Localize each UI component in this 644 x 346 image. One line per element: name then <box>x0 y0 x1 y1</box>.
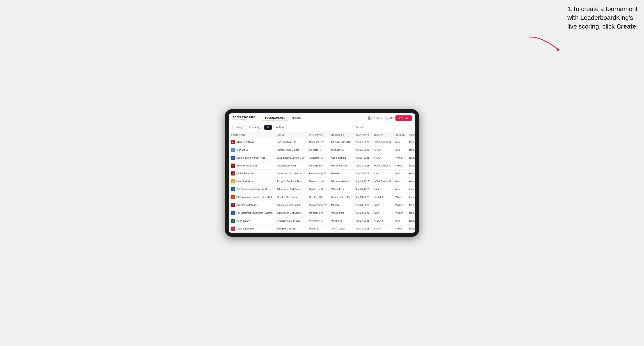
cell-scoring: team, Stroke Play <box>407 162 415 170</box>
col-gender: GENDER <box>393 132 407 138</box>
tournament-table: EVENT NAME VENUE CITY, STATE HOSTED BY S… <box>229 132 415 233</box>
cell-city-state: Newburgh, NY <box>307 138 329 146</box>
gear-icon[interactable] <box>368 116 372 120</box>
cell-start-date: Aug 28, 2023 <box>353 225 372 233</box>
event-name-text: Fall Statesmen Invitational - Women <box>236 212 272 214</box>
cell-event-name: ⚡ Carl Sandburg Women FA23 <box>229 154 275 162</box>
cell-division: NJCAA I <box>372 154 393 162</box>
cell-division: NJCAA II <box>372 217 393 225</box>
cell-hosted-by: Minnesota State <box>329 162 353 170</box>
cell-start-date: Aug 28, 2023 <box>353 193 372 201</box>
sign-out-link[interactable]: Sign Out <box>385 117 394 120</box>
cell-scoring: team, Stroke Play <box>407 193 415 201</box>
team-logo: ★ <box>231 148 235 152</box>
cell-city-state: Freeport, IL <box>307 146 329 154</box>
table-row: ⚑ upike fall invitational StoneCrest Gol… <box>229 201 415 209</box>
cell-venue: Park Hills Golf Course <box>275 146 307 154</box>
search-input[interactable] <box>353 125 412 130</box>
cell-venue: StoneCrest Golf Course <box>275 170 307 177</box>
cell-division: NCAA Division III <box>372 138 393 146</box>
team-logo: ◉ <box>231 219 235 223</box>
cell-event-name: ☆ Klash at Kokopelli <box>229 225 275 233</box>
col-city-state: CITY, STATE <box>307 132 329 138</box>
cell-venue: Kokopelli Golf Club <box>275 225 307 233</box>
cell-gender: Men <box>393 185 407 193</box>
arrow-annotation <box>527 35 568 53</box>
col-division: DIVISION <box>372 132 393 138</box>
cell-scoring: team, Stroke Play <box>407 154 415 162</box>
cell-city-state: Deerwood, MN <box>307 177 329 185</box>
cell-scoring: team, Stroke Play <box>407 138 415 146</box>
cell-venue: The Powelton Club <box>275 138 307 146</box>
cell-gender: Men <box>393 170 407 177</box>
cell-event-name: ◉ VU PREVIEW <box>229 217 275 225</box>
search-box <box>353 125 412 130</box>
cell-city-state: Faribault, MN <box>307 162 329 170</box>
event-name-text: VU PREVIEW <box>236 220 250 222</box>
cell-scoring: team, Stroke Play <box>407 185 415 193</box>
event-name-text: Fall Statesmen Invitational - Men <box>236 188 269 190</box>
cell-start-date: Aug 28, 2023 <box>353 217 372 225</box>
user-text: Test User <box>374 117 383 120</box>
cell-start-date: Aug 28, 2023 <box>353 201 372 209</box>
col-event-name: EVENT NAME <box>229 132 275 138</box>
cell-division: NCAA Division III <box>372 177 393 185</box>
filter-hosting[interactable]: Hosting <box>232 125 245 130</box>
cell-event-name: ◆ Morris Invitational <box>229 177 275 185</box>
cell-division: NJCAA I <box>372 225 393 233</box>
cell-hosted-by: John A Logan <box>329 225 353 233</box>
cell-division: NAIA <box>372 185 393 193</box>
cell-venue: Lake Bracken Country Club <box>275 154 307 162</box>
nav-tournaments[interactable]: TOURNAMENTS <box>262 115 288 121</box>
cell-event-name: ⚔ Fall Statesmen Invitational - Men <box>229 185 275 193</box>
cell-scoring: team, Stroke Play <box>407 209 415 217</box>
annotation-text: 1.To create a tournament with Leaderboar… <box>568 4 640 31</box>
cell-division: NAIA <box>372 201 393 209</box>
cell-hosted-by: Pikeville <box>329 201 353 209</box>
event-name-text: Morris Invitational <box>236 180 254 183</box>
nav-teams[interactable]: TEAMS <box>289 115 304 121</box>
cell-scoring: team, Stroke Play <box>407 146 415 154</box>
cell-gender: Women <box>393 225 407 233</box>
event-name-text: Highland 36 <box>236 149 248 151</box>
cell-event-name: ✦ Maverick Invitational <box>229 162 275 170</box>
cell-venue: Ruttger's Bay Lake Resort <box>275 177 307 185</box>
filter-button[interactable]: ☰ Filter <box>274 125 286 130</box>
cell-gender: Women <box>393 154 407 162</box>
event-name-text: upike fall invitational <box>236 204 257 206</box>
table-row: ◉ VU PREVIEW Cypress Hills Golf Club Vin… <box>229 217 415 225</box>
table-row: ⚑ UPIKE Fall Invite StoneCrest Golf Cour… <box>229 170 415 177</box>
team-logo: ☆ <box>231 226 235 231</box>
event-name-text: Klash at Kokopelli <box>236 227 254 230</box>
cell-scoring: team, Stroke Play <box>407 225 415 233</box>
cell-event-name: ★ Highland 36 <box>229 146 275 154</box>
table-row: ☆ Klash at Kokopelli Kokopelli Golf Club… <box>229 225 415 233</box>
cell-venue: Hesston Golf Course <box>275 193 307 201</box>
cell-city-state: Oskaloosa, IA <box>307 209 329 217</box>
cell-start-date: Aug 28, 2023 <box>353 162 372 170</box>
filter-competing[interactable]: Competing <box>247 125 262 130</box>
cell-scoring: team, Stroke Play <box>407 177 415 185</box>
cell-city-state: Vincennes, IN <box>307 217 329 225</box>
cell-hosted-by: William Penn <box>329 185 353 193</box>
event-name-text: Maverick Invitational <box>236 165 257 167</box>
team-logo: ✦ <box>231 164 235 168</box>
table-row: ▶ MSMC Qualifying 1 The Powelton Club Ne… <box>229 138 415 146</box>
cell-division: NJCAA II <box>372 193 393 201</box>
cell-hosted-by: Carl Sandburg <box>329 154 353 162</box>
cell-hosted-by: William Penn <box>329 209 353 217</box>
cell-gender: Men <box>393 146 407 154</box>
event-name-text: 2023 Women's Hesston Fall Kickoff <box>236 196 272 198</box>
tablet-device: SCOREBOARD Powered by clippit TOURNAMENT… <box>225 109 419 237</box>
svg-marker-0 <box>556 48 560 51</box>
cell-event-name: ⚔ Fall Statesmen Invitational - Women <box>229 209 275 217</box>
filter-all[interactable]: All <box>264 125 272 130</box>
create-button[interactable]: + Create <box>396 115 412 121</box>
cell-hosted-by: Pikeville <box>329 170 353 177</box>
nav-links: TOURNAMENTS TEAMS <box>262 115 304 121</box>
cell-hosted-by: Minnesota-Morris <box>329 177 353 185</box>
cell-gender: Men <box>393 177 407 185</box>
cell-gender: Men <box>393 138 407 146</box>
cell-start-date: Aug 25, 2023 <box>353 146 372 154</box>
table-row: ⚔ Fall Statesmen Invitational - Men Edmu… <box>229 185 415 193</box>
